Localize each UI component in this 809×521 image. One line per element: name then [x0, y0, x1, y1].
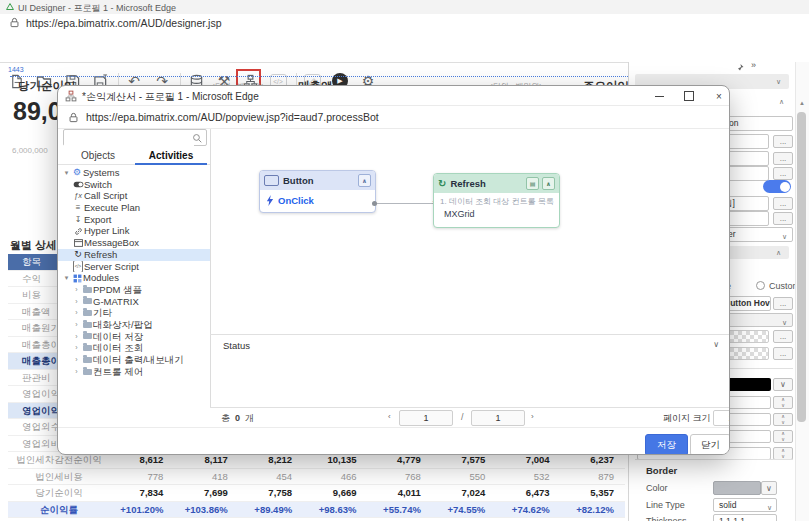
tree-folder-data-query[interactable]: ›데이터 조회 — [58, 342, 210, 354]
stepper-arrows[interactable]: ∧∨ — [773, 430, 793, 443]
popup-url[interactable]: https://epa.bimatrix.com/AUD/popview.jsp… — [86, 111, 379, 123]
messagebox-icon — [72, 239, 84, 247]
export-icon: ↧ — [72, 214, 84, 226]
tree-item-call-script[interactable]: ƒxCall Script — [58, 190, 210, 202]
page-input[interactable]: 1 — [399, 410, 453, 426]
next-page-icon[interactable]: › — [531, 412, 534, 421]
close-button[interactable]: 닫기 — [690, 434, 730, 455]
refresh-node-header[interactable]: ↻ Refresh ▤ ∧ — [434, 174, 559, 193]
selection-dotted-border — [10, 76, 660, 77]
collapse-panel-icon[interactable]: » — [751, 60, 756, 70]
tree-item-export[interactable]: ↧Export — [58, 214, 210, 226]
tree-item-messagebox[interactable]: MessageBox — [58, 237, 210, 249]
main-toolbar: ↶ ↷ ⚒ </> ▶ ⚙ — [0, 32, 809, 63]
folder-icon — [81, 287, 93, 293]
button-node[interactable]: Button ∧ OnClick — [259, 170, 376, 213]
refresh-icon: ↻ — [438, 178, 446, 189]
refresh-node-body[interactable]: 1. 데이터 조회 대상 컨트롤 목록 MXGrid — [434, 193, 559, 222]
scroll-up-icon[interactable]: ▲ — [799, 100, 805, 106]
thickness-input[interactable]: 1 1 1 1 — [713, 514, 777, 521]
more-button[interactable]: ... — [773, 212, 793, 225]
main-titlebar: UI Designer - 프로필 1 - Microsoft Edge — [0, 0, 809, 14]
tree-folder-data-export[interactable]: ›데이터 출력/내보내기 — [58, 354, 210, 366]
border-color-dropdown[interactable]: ∨ — [761, 481, 777, 495]
gear-icon: ⚙ — [71, 167, 83, 179]
tree-folder-dialog[interactable]: ›대화상자/팝업 — [58, 319, 210, 331]
flow-canvas[interactable]: Button ∧ OnClick › ↻ Refresh ▤ ∧ 1. 데이터 … — [211, 129, 729, 334]
total-count-label: 총 0 개 — [221, 412, 254, 425]
table-row[interactable]: 당기순이익 7,834 7,699 7,758 9,669 4,011 7,02… — [8, 485, 625, 502]
total-pages-box: 1 — [471, 410, 525, 426]
tree-folder-gmatrix[interactable]: ›G-MATRIX — [58, 296, 210, 308]
more-button[interactable]: ... — [773, 167, 793, 180]
scrollbar-thumb[interactable] — [797, 112, 806, 422]
minimize-icon[interactable] — [646, 88, 672, 104]
tree-item-hyper-link[interactable]: Hyper Link — [58, 225, 210, 237]
toggle-switch[interactable] — [763, 180, 791, 193]
tab-activities[interactable]: Activities — [135, 148, 207, 164]
close-icon[interactable]: × — [706, 88, 730, 104]
main-urlbar[interactable]: https://epa.bimatrix.com/AUD/designer.js… — [0, 14, 809, 33]
refresh-node[interactable]: ↻ Refresh ▤ ∧ 1. 데이터 조회 대상 컨트롤 목록 MXGrid — [433, 173, 560, 228]
search-input[interactable] — [64, 134, 194, 149]
popup-flow-icon — [65, 90, 77, 102]
button-node-body[interactable]: OnClick — [260, 190, 375, 211]
search-box[interactable] — [63, 129, 207, 146]
popup-footer: 저장 닫기 — [58, 427, 729, 455]
refresh-icon: ↻ — [72, 249, 84, 261]
chevron-down-icon[interactable]: ∨ — [713, 340, 719, 349]
tree-item-server-script[interactable]: </>Server Script — [58, 261, 210, 273]
popup-titlebar[interactable]: *손익계산서 - 프로필 1 - Microsoft Edge × — [58, 86, 729, 106]
border-color-swatch[interactable] — [713, 481, 761, 495]
collapse-node-icon[interactable]: ∧ — [358, 174, 371, 187]
line-type-label: Line Type — [646, 500, 685, 510]
tree-item-switch[interactable]: Switch — [58, 179, 210, 191]
collapse-node-icon[interactable]: ∧ — [542, 177, 555, 190]
color-dropdown-button[interactable]: ∨ — [773, 378, 793, 391]
folder-icon — [81, 333, 93, 339]
popup-title: *손익계산서 - 프로필 1 - Microsoft Edge — [82, 90, 259, 104]
status-label: Status — [223, 340, 250, 351]
more-button[interactable]: ... — [773, 347, 793, 360]
tree-item-refresh[interactable]: ↻Refresh — [58, 249, 210, 261]
tree-item-execute-plan[interactable]: ≡Execute Plan — [58, 202, 210, 214]
status-section: Status ∨ — [210, 334, 730, 408]
page-separator: / — [461, 412, 464, 422]
popup-urlbar[interactable]: https://epa.bimatrix.com/AUD/popview.jsp… — [58, 106, 729, 129]
folder-icon — [81, 369, 93, 375]
tree-group-modules[interactable]: ▾Modules — [58, 272, 210, 284]
button-node-header[interactable]: Button ∧ — [260, 171, 375, 190]
border-section-title: Border — [646, 465, 677, 476]
save-button[interactable]: 저장 — [645, 434, 688, 455]
kpi-big-value: 89,0 — [13, 97, 62, 126]
stepper-arrows[interactable]: ∧∨ — [773, 396, 793, 409]
more-button[interactable]: ... — [773, 330, 793, 343]
more-button[interactable]: ... — [773, 297, 793, 310]
custom-radio[interactable] — [756, 281, 765, 290]
prev-page-icon[interactable]: ‹ — [388, 412, 391, 421]
line-type-select[interactable]: solid∨ — [713, 498, 777, 512]
maximize-icon[interactable] — [676, 88, 702, 104]
more-button[interactable]: ... — [773, 135, 793, 148]
link-icon — [72, 227, 84, 236]
table-row[interactable]: 순이익률 +101.20% +103.86% +89.49% +98.63% +… — [8, 502, 625, 519]
stepper-arrows[interactable]: ∧∨ — [773, 413, 793, 426]
pin-icon[interactable] — [736, 63, 744, 72]
tree-folder-data-save[interactable]: ›데이터 저장 — [58, 331, 210, 343]
tab-objects[interactable]: Objects — [62, 148, 134, 164]
tree-folder-etc[interactable]: ›기타 — [58, 307, 210, 319]
more-button[interactable]: ... — [773, 152, 793, 165]
section-collapse-icon[interactable]: ∧ — [779, 98, 784, 106]
tree-folder-control[interactable]: ›컨트롤 제어 — [58, 366, 210, 378]
list-icon[interactable]: ▤ — [526, 177, 539, 190]
search-icon[interactable] — [192, 133, 203, 144]
more-button[interactable]: ... — [773, 197, 793, 210]
tree-group-systems[interactable]: ▾⚙Systems — [58, 167, 210, 179]
divider — [635, 459, 793, 460]
main-url[interactable]: https://epa.bimatrix.com/AUD/designer.js… — [26, 17, 222, 29]
tree-folder-ppdm[interactable]: ›PPDM 샘플 — [58, 284, 210, 296]
switch-icon — [72, 181, 84, 188]
page-size-input[interactable]: 100 — [713, 410, 730, 426]
folder-icon — [81, 298, 93, 304]
table-row[interactable]: 법인세비용 778 418 454 466 768 550 532 879 — [8, 469, 625, 486]
